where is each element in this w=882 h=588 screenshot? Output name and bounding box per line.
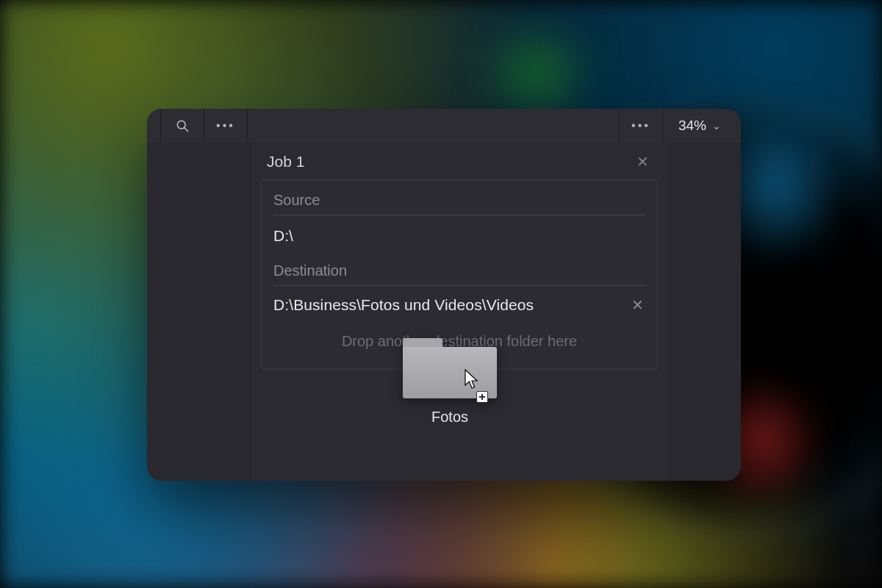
search-icon [175, 118, 190, 133]
close-job-button[interactable]: ✕ [634, 153, 652, 171]
clone-tool-window: ••• ••• 34% ⌄ Job 1 ✕ Source D:\ Destina… [147, 109, 741, 481]
drop-destination-hint[interactable]: Drop another destination folder here [273, 321, 645, 350]
close-icon: ✕ [637, 154, 649, 170]
source-path[interactable]: D:\ [273, 215, 645, 258]
job-title: Job 1 [267, 153, 304, 171]
source-label: Source [273, 187, 645, 215]
destination-label: Destination [273, 258, 645, 286]
destination-path[interactable]: D:\Business\Fotos und Videos\Videos [273, 296, 534, 314]
zoom-value: 34% [678, 118, 706, 134]
chevron-down-icon: ⌄ [712, 120, 721, 132]
remove-destination-button[interactable]: ✕ [630, 298, 645, 312]
search-button[interactable] [161, 109, 204, 143]
job-panel: Job 1 ✕ Source D:\ Destination D:\Busine… [250, 143, 670, 481]
toolbar-center [248, 109, 620, 143]
zoom-dropdown[interactable]: 34% ⌄ [663, 109, 741, 143]
destination-row: D:\Business\Fotos und Videos\Videos ✕ [273, 286, 645, 321]
job-card: Source D:\ Destination D:\Business\Fotos… [261, 179, 658, 370]
close-icon: ✕ [631, 297, 644, 313]
svg-line-1 [184, 128, 188, 132]
toolbar: ••• ••• 34% ⌄ [147, 109, 741, 143]
wallpaper-blob [470, 29, 603, 118]
more-options-left[interactable]: ••• [204, 109, 248, 143]
more-options-right[interactable]: ••• [620, 109, 663, 143]
job-header: Job 1 ✕ [251, 143, 670, 178]
